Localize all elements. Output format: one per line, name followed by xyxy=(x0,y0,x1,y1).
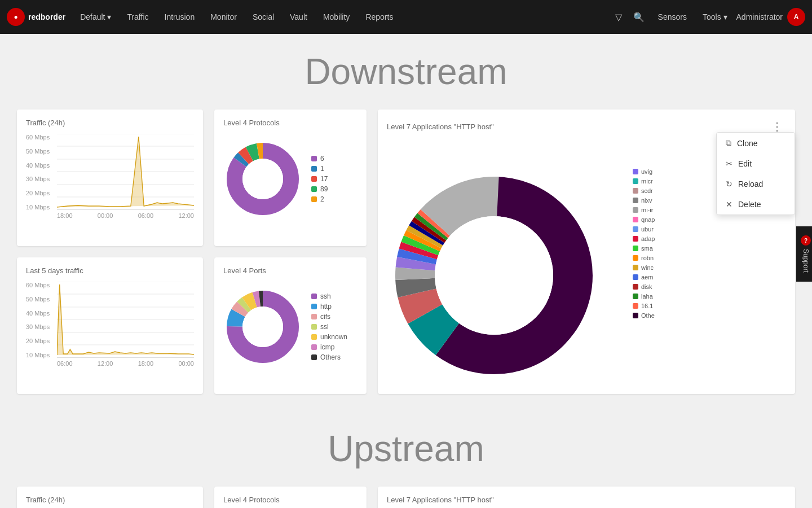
l4-protocols-title: Level 4 Protocols xyxy=(223,119,358,127)
context-menu-clone[interactable]: ⧉ Clone xyxy=(717,133,795,154)
upstream-l7-title: Level 7 Applications "HTTP host" xyxy=(387,496,786,504)
delete-icon: ✕ xyxy=(726,200,732,209)
traffic-24h-title: Traffic (24h) xyxy=(26,119,194,127)
downstream-widgets-row: Traffic (24h) 60 Mbps 50 Mbps 40 Mbps 30… xyxy=(0,110,812,411)
legend-cifs: cifs xyxy=(311,313,347,321)
x-label-18: 18:00 xyxy=(57,212,73,219)
legend-item-2: 2 xyxy=(311,195,328,203)
upstream-title: Upstream xyxy=(0,411,812,487)
legend-ssl: ssl xyxy=(311,323,347,331)
legend-dot-2 xyxy=(311,196,317,202)
l4-ports-svg-wrap xyxy=(223,287,302,369)
y-label-40: 40 Mbps xyxy=(26,162,50,169)
x-label-00: 00:00 xyxy=(98,212,113,219)
legend-item-1: 1 xyxy=(311,165,328,173)
nav-default[interactable]: Default ▾ xyxy=(73,8,118,26)
y-label-60: 60 Mbps xyxy=(26,134,50,141)
nav-social[interactable]: Social xyxy=(246,8,281,26)
upstream-l4-title: Level 4 Protocols xyxy=(223,496,358,504)
l7-legend-disk: disk xyxy=(633,283,786,290)
l7-donut-svg xyxy=(387,168,601,383)
support-tab[interactable]: ? Support xyxy=(796,226,812,282)
chart-svg-5d xyxy=(57,282,194,358)
traffic-24h-chart: 60 Mbps 50 Mbps 40 Mbps 30 Mbps 20 Mbps … xyxy=(26,134,194,224)
l4-protocols-card: Level 4 Protocols xyxy=(214,110,367,246)
nav-user[interactable]: Administrator A xyxy=(736,8,805,26)
filter-icon[interactable]: ▽ xyxy=(611,7,626,27)
nav-reports[interactable]: Reports xyxy=(359,8,400,26)
context-menu: ⧉ Clone ✂ Edit ↻ Reload ✕ Delete xyxy=(716,132,795,215)
nav-monitor[interactable]: Monitor xyxy=(204,8,244,26)
y5-label-30: 30 Mbps xyxy=(26,323,50,330)
x-label-06: 06:00 xyxy=(138,212,154,219)
l7-legend-16-1: 16.1 xyxy=(633,303,786,309)
y5-label-50: 50 Mbps xyxy=(26,296,50,303)
legend-item-89: 89 xyxy=(311,185,328,193)
l4-ports-donut: ssh http cifs ssl xyxy=(223,282,358,374)
y5-label-20: 20 Mbps xyxy=(26,338,50,344)
chart-plot-24h xyxy=(57,134,194,210)
legend-dot-17 xyxy=(311,176,317,182)
nav-sensors[interactable]: Sensors xyxy=(651,8,694,26)
traffic-5d-card: Last 5 days traffic 60 Mbps 50 Mbps 40 M… xyxy=(17,257,203,394)
svg-point-25 xyxy=(242,306,283,347)
edit-label: Edit xyxy=(738,159,752,168)
l4-ports-title: Level 4 Ports xyxy=(223,266,358,275)
y5-label-60: 60 Mbps xyxy=(26,282,50,288)
y-axis-labels: 60 Mbps 50 Mbps 40 Mbps 30 Mbps 20 Mbps … xyxy=(26,134,50,211)
nav-mobility[interactable]: Mobility xyxy=(316,8,356,26)
nav-tools[interactable]: Tools ▾ xyxy=(696,8,734,26)
legend-dot-http xyxy=(311,304,317,309)
legend-dot-ssl xyxy=(311,324,317,330)
nav-traffic[interactable]: Traffic xyxy=(120,8,155,26)
y5-label-40: 40 Mbps xyxy=(26,310,50,317)
context-menu-edit[interactable]: ✂ Edit xyxy=(717,154,795,174)
l7-apps-card: Level 7 Applications "HTTP host" ⋮ ⧉ Clo… xyxy=(378,110,795,394)
upstream-traffic-title: Traffic (24h) xyxy=(26,496,194,504)
x-axis-labels-24h: 18:00 00:00 06:00 12:00 xyxy=(57,212,194,219)
l4-ports-legend: ssh http cifs ssl xyxy=(311,292,347,364)
y-label-30: 30 Mbps xyxy=(26,176,50,182)
downstream-title: Downstream xyxy=(0,34,812,110)
l7-donut-wrap xyxy=(387,168,624,385)
legend-dot-icmp xyxy=(311,344,317,350)
context-menu-reload[interactable]: ↻ Reload xyxy=(717,174,795,194)
l7-legend-robn: robn xyxy=(633,255,786,261)
nav-intrusion[interactable]: Intrusion xyxy=(158,8,202,26)
support-label: Support xyxy=(802,249,810,273)
l7-legend-adap: adap xyxy=(633,235,786,242)
legend-ssh: ssh xyxy=(311,292,347,300)
support-icon: ? xyxy=(801,235,811,246)
edit-icon: ✂ xyxy=(726,159,732,168)
traffic-24h-card: Traffic (24h) 60 Mbps 50 Mbps 40 Mbps 30… xyxy=(17,110,203,246)
clone-icon: ⧉ xyxy=(726,138,731,148)
svg-point-17 xyxy=(242,159,283,199)
legend-icmp: icmp xyxy=(311,343,347,351)
delete-label: Delete xyxy=(738,200,761,209)
search-icon[interactable]: 🔍 xyxy=(629,7,649,27)
clone-label: Clone xyxy=(737,139,758,148)
l7-legend-othe: Othe xyxy=(633,312,786,319)
traffic-5d-chart: 60 Mbps 50 Mbps 40 Mbps 30 Mbps 20 Mbps … xyxy=(26,282,194,372)
reload-label: Reload xyxy=(738,179,763,189)
legend-dot-cifs xyxy=(311,314,317,319)
brand-logo: ● xyxy=(7,8,25,26)
legend-dot-89 xyxy=(311,186,317,192)
brand[interactable]: ● redborder xyxy=(7,8,65,26)
l4-column: Level 4 Protocols xyxy=(214,110,367,394)
upstream-l4-card: Level 4 Protocols xyxy=(214,487,367,508)
upstream-l7-card: Level 7 Applications "HTTP host" xyxy=(378,487,795,508)
user-avatar: A xyxy=(787,8,805,26)
svg-point-42 xyxy=(435,216,553,335)
x5-label-12: 12:00 xyxy=(98,360,113,367)
nav-vault[interactable]: Vault xyxy=(283,8,314,26)
legend-dot-6 xyxy=(311,156,317,161)
traffic-5d-title: Last 5 days traffic xyxy=(26,266,194,275)
brand-text: redborder xyxy=(28,12,65,21)
l4-protocols-donut: 6 1 17 89 xyxy=(223,134,358,226)
context-menu-delete[interactable]: ✕ Delete xyxy=(717,194,795,214)
legend-dot-others xyxy=(311,354,317,360)
upstream-widgets-row: Traffic (24h) Level 4 Protocols Level 7 … xyxy=(0,487,812,508)
y-label-50: 50 Mbps xyxy=(26,148,50,155)
x5-label-00: 00:00 xyxy=(178,360,194,367)
